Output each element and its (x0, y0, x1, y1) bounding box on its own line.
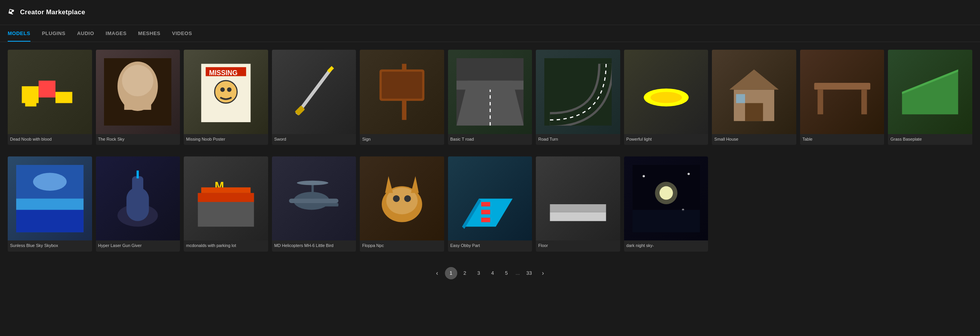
card-road-turn[interactable]: Road Turn (536, 50, 620, 145)
card-floppa[interactable]: Floppa Npc (360, 156, 444, 252)
svg-marker-67 (550, 212, 606, 221)
svg-rect-22 (382, 72, 422, 99)
svg-point-71 (655, 181, 677, 204)
card-mcdonalds[interactable]: M mcdonalds with parking lot (184, 156, 268, 252)
page-4-button[interactable]: 4 (487, 267, 499, 279)
svg-point-16 (227, 87, 232, 92)
card-img-sunless-sky (8, 156, 92, 241)
card-label-laser-gun: Hyper Laser Gun Giver (96, 240, 180, 251)
card-img-laser-gun (96, 156, 180, 241)
card-img-obby (448, 156, 532, 241)
card-dead-noob[interactable]: Dead Noob with blood (8, 50, 92, 145)
card-img-floppa (360, 156, 444, 241)
card-night-sky[interactable]: dark night sky- (624, 156, 708, 252)
svg-line-18 (329, 67, 333, 72)
tab-models[interactable]: MODELS (8, 25, 30, 42)
tab-meshes[interactable]: MESHES (138, 25, 161, 42)
svg-rect-66 (481, 218, 490, 222)
svg-point-73 (687, 173, 690, 175)
svg-rect-65 (481, 210, 490, 214)
card-img-dead-noob (8, 50, 92, 134)
card-img-basic-troad (448, 50, 532, 134)
header: Creator Marketplace (0, 0, 980, 25)
card-label-small-house: Small House (712, 134, 796, 145)
card-sunless-sky[interactable]: Sunless Blue Sky Skybox (8, 156, 92, 252)
svg-marker-59 (411, 176, 419, 193)
tab-videos[interactable]: VIDEOS (172, 25, 192, 42)
card-label-missing-poster: Missing Noob Poster (184, 134, 268, 145)
card-img-powerful-light (624, 50, 708, 134)
card-missing-poster[interactable]: MISSING Missing Noob Poster (184, 50, 268, 145)
svg-rect-45 (132, 176, 143, 193)
svg-rect-6 (25, 97, 36, 106)
svg-point-15 (220, 87, 225, 92)
card-img-floor (536, 156, 620, 241)
svg-rect-26 (456, 81, 524, 89)
page-5-button[interactable]: 5 (500, 267, 513, 279)
main-content: Dead Noob with blood The Rock Sky MISSIN… (0, 42, 980, 295)
svg-rect-50 (201, 187, 250, 193)
prev-page-button[interactable]: ‹ (431, 267, 443, 279)
card-helicopter[interactable]: MD Helicopters MH-6 Little Bird (272, 156, 356, 252)
svg-rect-10 (124, 96, 151, 110)
roblox-logo-icon (8, 8, 16, 17)
svg-point-60 (393, 195, 399, 202)
card-label-powerful-light: Powerful light (624, 134, 708, 145)
card-sword[interactable]: Sword (272, 50, 356, 145)
svg-rect-35 (817, 89, 823, 114)
card-table[interactable]: Table (800, 50, 884, 145)
pagination: ‹ 1 2 3 4 5 ... 33 › (8, 263, 972, 287)
pagination-ellipsis: ... (514, 270, 522, 276)
card-grass-baseplate[interactable]: Grass Baseplate (888, 50, 972, 145)
card-label-floppa: Floppa Npc (360, 240, 444, 251)
card-img-rock-sky (96, 50, 180, 134)
card-label-basic-troad: Basic T road (448, 134, 532, 145)
card-img-helicopter (272, 156, 356, 241)
svg-text:MISSING: MISSING (209, 69, 238, 77)
card-powerful-light[interactable]: Powerful light (624, 50, 708, 145)
page-last-button[interactable]: 33 (523, 267, 535, 279)
page-title: Creator Marketplace (20, 8, 85, 16)
svg-rect-32 (745, 103, 763, 121)
card-label-sword: Sword (272, 134, 356, 145)
card-label-helicopter: MD Helicopters MH-6 Little Bird (272, 240, 356, 251)
tabs-bar: MODELS PLUGINS AUDIO IMAGES MESHES VIDEO… (0, 25, 980, 42)
svg-rect-33 (736, 94, 745, 103)
svg-point-9 (122, 65, 154, 96)
models-grid-row2: Sunless Blue Sky Skybox Hyper Laser Gun … (8, 156, 972, 252)
card-img-missing-poster: MISSING (184, 50, 268, 134)
svg-rect-52 (289, 198, 339, 203)
page-1-button[interactable]: 1 (445, 267, 457, 279)
page-2-button[interactable]: 2 (459, 267, 471, 279)
card-img-grass-baseplate (888, 50, 972, 134)
card-img-table (800, 50, 884, 134)
svg-marker-68 (550, 204, 606, 212)
tab-plugins[interactable]: PLUGINS (42, 25, 65, 42)
card-label-sign: Sign (360, 134, 444, 145)
card-label-dead-noob: Dead Noob with blood (8, 134, 92, 145)
svg-rect-55 (323, 203, 339, 207)
svg-rect-53 (312, 183, 314, 198)
next-page-button[interactable]: › (537, 267, 549, 279)
card-label-road-turn: Road Turn (536, 134, 620, 145)
card-label-floor: Floor (536, 240, 620, 251)
card-img-road-turn (536, 50, 620, 134)
card-label-rock-sky: The Rock Sky (96, 134, 180, 145)
page-3-button[interactable]: 3 (473, 267, 485, 279)
card-sign[interactable]: Sign (360, 50, 444, 145)
svg-rect-75 (633, 210, 700, 232)
card-obby[interactable]: Easy Obby Part (448, 156, 532, 252)
card-laser-gun[interactable]: Hyper Laser Gun Giver (96, 156, 180, 252)
svg-rect-5 (55, 92, 72, 103)
tab-images[interactable]: IMAGES (106, 25, 126, 42)
card-rock-sky[interactable]: The Rock Sky (96, 50, 180, 145)
card-small-house[interactable]: Small House (712, 50, 796, 145)
card-img-sword (272, 50, 356, 134)
svg-rect-4 (39, 81, 55, 97)
svg-point-42 (33, 173, 67, 191)
card-img-sign (360, 50, 444, 134)
card-basic-troad[interactable]: Basic T road (448, 50, 532, 145)
svg-point-54 (297, 180, 329, 185)
card-floor[interactable]: Floor (536, 156, 620, 252)
tab-audio[interactable]: AUDIO (77, 25, 94, 42)
